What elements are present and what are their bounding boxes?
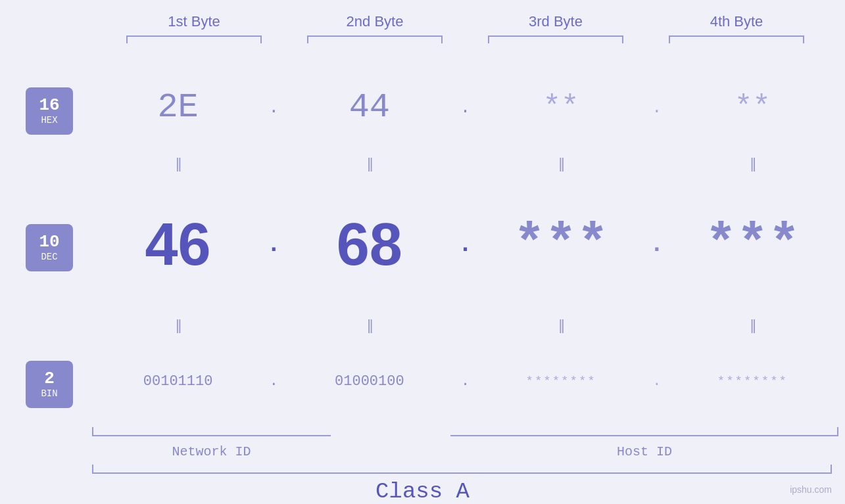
dec-b2: 68 bbox=[283, 211, 455, 279]
bin-b3: ******** bbox=[475, 374, 647, 388]
eq1-c1-sym: || bbox=[176, 155, 180, 172]
bracket-cell-1 bbox=[104, 35, 285, 43]
hex-values-row: 2E . 44 . ** . ** bbox=[85, 88, 845, 127]
bin-b3-value: ******** bbox=[526, 374, 596, 388]
eq1-c2: || bbox=[283, 155, 455, 172]
hex-b4-value: ** bbox=[735, 91, 771, 125]
dec-badge: 10 DEC bbox=[26, 224, 73, 271]
labels-inner: Network ID Host ID bbox=[92, 444, 838, 459]
bin-dot2-sym: . bbox=[461, 373, 470, 390]
hex-b3-value: ** bbox=[543, 91, 579, 125]
bin-dot3: . bbox=[647, 373, 667, 390]
host-id-label: Host ID bbox=[450, 444, 838, 459]
bin-b2-value: 01000100 bbox=[335, 373, 404, 390]
dec-dot1: . bbox=[264, 231, 283, 258]
dec-values-row: 46 . 68 . *** . *** bbox=[85, 211, 845, 279]
bin-badge-col: 2 BIN bbox=[0, 354, 85, 408]
hex-b1-value: 2E bbox=[157, 88, 198, 127]
dec-section: 10 DEC 46 . 68 . *** bbox=[0, 174, 845, 315]
hex-badge: 16 HEX bbox=[26, 87, 73, 135]
bracket-1 bbox=[126, 35, 262, 43]
eq2-c3: || bbox=[475, 317, 647, 334]
eq2-c3-sym: || bbox=[558, 317, 563, 334]
hex-b2: 44 bbox=[283, 88, 455, 127]
hex-badge-col: 16 HEX bbox=[0, 81, 85, 135]
eq2-c1-sym: || bbox=[176, 317, 180, 334]
eq1-c3: || bbox=[475, 155, 647, 172]
byte2-header: 2nd Byte bbox=[285, 13, 466, 30]
eq1-c4: || bbox=[667, 155, 838, 172]
bin-b1-value: 00101110 bbox=[143, 373, 213, 390]
byte4-header: 4th Byte bbox=[646, 13, 827, 30]
dec-dot3-sym: . bbox=[650, 231, 664, 258]
equals-cells-2: || || || || bbox=[85, 317, 845, 334]
dec-badge-number: 10 bbox=[39, 233, 59, 250]
main-container: 1st Byte 2nd Byte 3rd Byte 4th Byte 16 H… bbox=[0, 0, 845, 504]
bracket-cell-4 bbox=[646, 35, 827, 43]
hex-dot2-sym: . bbox=[460, 98, 471, 118]
sub-brackets-inner bbox=[92, 427, 838, 436]
dec-b4-value: *** bbox=[705, 215, 800, 275]
class-label: Class A bbox=[0, 479, 845, 504]
full-bracket bbox=[92, 465, 832, 474]
hex-b4: ** bbox=[667, 91, 838, 125]
dec-b3-value: *** bbox=[514, 215, 608, 275]
eq1-c4-sym: || bbox=[750, 155, 755, 172]
bin-dot1-sym: . bbox=[270, 373, 278, 390]
hex-b2-value: 44 bbox=[349, 88, 390, 127]
network-id-label: Network ID bbox=[92, 444, 331, 459]
bin-b1: 00101110 bbox=[92, 373, 264, 390]
hex-dot3: . bbox=[647, 98, 667, 118]
bin-dot3-sym: . bbox=[652, 373, 661, 390]
bin-values-row: 00101110 . 01000100 . ******** . bbox=[85, 373, 845, 390]
eq1-c3-sym: || bbox=[558, 155, 563, 172]
hex-dot1: . bbox=[264, 98, 283, 118]
dec-dot2: . bbox=[456, 231, 475, 258]
eq2-c2: || bbox=[283, 317, 455, 334]
bin-b4: ******** bbox=[667, 374, 838, 388]
eq1-c1: || bbox=[92, 155, 264, 172]
dec-dot1-sym: . bbox=[266, 231, 281, 258]
bottom-section: Network ID Host ID Class A bbox=[0, 427, 845, 504]
bin-section: 2 BIN 00101110 . 01000100 . ******** bbox=[0, 336, 845, 427]
eq2-c4: || bbox=[667, 317, 838, 334]
bin-dot2: . bbox=[456, 373, 475, 390]
dec-b1: 46 bbox=[92, 211, 264, 279]
hex-section: 16 HEX 2E . 44 . ** bbox=[0, 62, 845, 153]
hex-dot3-sym: . bbox=[652, 98, 662, 118]
eq2-c4-sym: || bbox=[750, 317, 755, 334]
hex-dot2: . bbox=[456, 98, 475, 118]
equals-row-2: || || || || bbox=[0, 315, 845, 336]
dec-dot3: . bbox=[647, 231, 667, 258]
bin-dot1: . bbox=[264, 373, 283, 390]
bracket-cell-2 bbox=[285, 35, 466, 43]
host-bracket bbox=[450, 427, 838, 436]
bracket-cell-3 bbox=[466, 35, 646, 43]
byte3-header: 3rd Byte bbox=[466, 13, 646, 30]
full-bracket-row bbox=[0, 459, 845, 474]
eq1-c2-sym: || bbox=[367, 155, 372, 172]
eq2-c2-sym: || bbox=[367, 317, 372, 334]
bin-b2: 01000100 bbox=[283, 373, 455, 390]
network-bracket bbox=[92, 427, 331, 436]
eq2-c1: || bbox=[92, 317, 264, 334]
bracket-4 bbox=[669, 35, 804, 43]
byte-headers-row: 1st Byte 2nd Byte 3rd Byte 4th Byte bbox=[104, 13, 827, 30]
watermark: ipshu.com bbox=[790, 484, 832, 495]
hex-badge-label: HEX bbox=[41, 115, 57, 126]
bin-b4-value: ******** bbox=[717, 374, 788, 388]
bin-badge-number: 2 bbox=[44, 370, 55, 387]
dec-badge-label: DEC bbox=[41, 252, 57, 262]
bin-badge: 2 BIN bbox=[26, 361, 73, 408]
dec-b4: *** bbox=[667, 215, 838, 275]
top-brackets bbox=[104, 35, 827, 49]
hex-b1: 2E bbox=[92, 88, 264, 127]
hex-b3: ** bbox=[475, 91, 647, 125]
sub-brackets-row bbox=[0, 427, 845, 442]
dec-dot2-sym: . bbox=[458, 231, 473, 258]
network-host-labels: Network ID Host ID bbox=[0, 442, 845, 459]
dec-badge-col: 10 DEC bbox=[0, 218, 85, 271]
bracket-3 bbox=[488, 35, 623, 43]
bracket-2 bbox=[307, 35, 443, 43]
dec-b3: *** bbox=[475, 215, 647, 275]
